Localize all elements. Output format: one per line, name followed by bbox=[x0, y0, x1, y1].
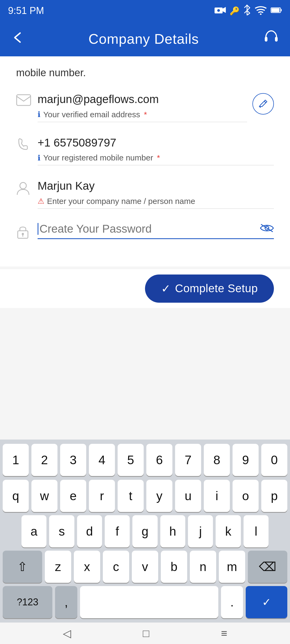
enter-key[interactable]: ✓ bbox=[246, 586, 287, 618]
subtitle-text: mobile number. bbox=[16, 67, 274, 79]
key-f[interactable]: f bbox=[105, 515, 130, 547]
key-k[interactable]: k bbox=[216, 515, 241, 547]
password-input-wrapper bbox=[38, 222, 274, 236]
name-hint-text: Enter your company name / person name bbox=[47, 197, 195, 206]
key-7[interactable]: 7 bbox=[175, 444, 201, 476]
keyboard-number-row: 1 2 3 4 5 6 7 8 9 0 bbox=[0, 440, 290, 478]
key-v[interactable]: v bbox=[132, 551, 158, 583]
password-toggle-icon[interactable] bbox=[260, 222, 274, 236]
key-g[interactable]: g bbox=[132, 515, 157, 547]
status-bar: 9:51 PM 🔑 bbox=[0, 0, 290, 21]
key-h[interactable]: h bbox=[160, 515, 185, 547]
key-b[interactable]: b bbox=[161, 551, 187, 583]
key-z[interactable]: z bbox=[45, 551, 71, 583]
nav-recents-icon[interactable]: ≡ bbox=[221, 627, 227, 639]
wifi-icon bbox=[255, 5, 267, 17]
svg-point-13 bbox=[22, 233, 24, 235]
phone-hint: ℹ Your registered mobile number * bbox=[38, 153, 274, 162]
name-field-content: Marjun Kay ⚠ Enter your company name / p… bbox=[38, 179, 274, 209]
key-p[interactable]: p bbox=[261, 480, 287, 512]
keyboard-row-2: a s d f g h j k l bbox=[0, 514, 290, 549]
shift-key[interactable]: ⇧ bbox=[3, 551, 42, 583]
key-icon: 🔑 bbox=[230, 6, 240, 16]
phone-field-row: +1 6575089797 ℹ Your registered mobile n… bbox=[16, 136, 274, 166]
key-6[interactable]: 6 bbox=[146, 444, 172, 476]
email-value: marjun@pageflows.com bbox=[38, 92, 247, 107]
key-n[interactable]: n bbox=[190, 551, 216, 583]
password-field-content[interactable] bbox=[38, 222, 274, 239]
name-field-row: Marjun Kay ⚠ Enter your company name / p… bbox=[16, 179, 274, 209]
page-title: Company Details bbox=[89, 31, 199, 47]
key-i[interactable]: i bbox=[204, 480, 230, 512]
key-l[interactable]: l bbox=[244, 515, 269, 547]
phone-value: +1 6575089797 bbox=[38, 136, 274, 150]
key-9[interactable]: 9 bbox=[233, 444, 259, 476]
key-1[interactable]: 1 bbox=[3, 444, 29, 476]
cursor-blink bbox=[38, 223, 38, 235]
password-input[interactable] bbox=[39, 222, 260, 235]
key-e[interactable]: e bbox=[60, 480, 86, 512]
email-icon bbox=[16, 94, 38, 109]
key-8[interactable]: 8 bbox=[204, 444, 230, 476]
key-u[interactable]: u bbox=[175, 480, 201, 512]
battery-icon bbox=[271, 6, 282, 15]
svg-rect-9 bbox=[17, 95, 31, 105]
complete-setup-area: ✓ Complete Setup bbox=[0, 269, 290, 308]
email-edit-button[interactable] bbox=[252, 93, 274, 115]
status-time: 9:51 PM bbox=[8, 5, 44, 16]
key-0[interactable]: 0 bbox=[261, 444, 287, 476]
nav-home-icon[interactable]: □ bbox=[143, 627, 149, 639]
nav-bar: ◁ □ ≡ bbox=[0, 623, 290, 644]
phone-hint-text: Your registered mobile number bbox=[43, 153, 153, 162]
email-hint-text: Your verified email address bbox=[43, 110, 140, 119]
name-hint: ⚠ Enter your company name / person name bbox=[38, 197, 274, 206]
key-r[interactable]: r bbox=[89, 480, 115, 512]
svg-rect-7 bbox=[265, 37, 267, 42]
phone-icon bbox=[16, 138, 38, 155]
backspace-key[interactable]: ⌫ bbox=[248, 551, 287, 583]
key-3[interactable]: 3 bbox=[60, 444, 86, 476]
complete-setup-label: Complete Setup bbox=[175, 282, 258, 295]
password-field-row bbox=[16, 222, 274, 242]
key-4[interactable]: 4 bbox=[89, 444, 115, 476]
key-j[interactable]: j bbox=[188, 515, 213, 547]
key-y[interactable]: y bbox=[146, 480, 172, 512]
key-x[interactable]: x bbox=[74, 551, 100, 583]
check-icon: ✓ bbox=[161, 282, 171, 295]
complete-setup-button[interactable]: ✓ Complete Setup bbox=[145, 275, 274, 303]
keyboard: 1 2 3 4 5 6 7 8 9 0 q w e r t y u i o p … bbox=[0, 440, 290, 644]
keyboard-row-3: ⇧ z x c v b n m ⌫ bbox=[0, 549, 290, 584]
nav-back-icon[interactable]: ◁ bbox=[63, 627, 71, 639]
key-w[interactable]: w bbox=[31, 480, 57, 512]
keyboard-row-1: q w e r t y u i o p bbox=[0, 478, 290, 514]
svg-marker-1 bbox=[223, 7, 226, 13]
key-d[interactable]: d bbox=[77, 515, 102, 547]
svg-point-11 bbox=[20, 182, 26, 189]
camera-icon bbox=[214, 6, 226, 16]
period-key[interactable]: . bbox=[221, 586, 243, 618]
key-a[interactable]: a bbox=[21, 515, 46, 547]
svg-rect-5 bbox=[281, 9, 282, 11]
key-t[interactable]: t bbox=[118, 480, 144, 512]
name-value: Marjun Kay bbox=[38, 179, 274, 193]
email-field-row: marjun@pageflows.com ℹ Your verified ema… bbox=[16, 92, 274, 122]
toolbar: Company Details bbox=[0, 21, 290, 56]
key-c[interactable]: c bbox=[103, 551, 129, 583]
key-q[interactable]: q bbox=[3, 480, 29, 512]
key-5[interactable]: 5 bbox=[118, 444, 144, 476]
person-icon bbox=[16, 181, 38, 199]
svg-rect-8 bbox=[275, 37, 278, 42]
svg-point-3 bbox=[260, 13, 262, 15]
key-s[interactable]: s bbox=[49, 515, 74, 547]
key-m[interactable]: m bbox=[219, 551, 245, 583]
comma-key[interactable]: , bbox=[55, 586, 77, 618]
key-2[interactable]: 2 bbox=[31, 444, 57, 476]
space-key[interactable] bbox=[80, 586, 218, 618]
back-button[interactable] bbox=[11, 30, 24, 48]
name-warn-icon: ⚠ bbox=[38, 197, 44, 206]
headset-icon[interactable] bbox=[263, 29, 279, 49]
svg-line-10 bbox=[264, 101, 266, 103]
phone-field-content: +1 6575089797 ℹ Your registered mobile n… bbox=[38, 136, 274, 166]
symbols-key[interactable]: ?123 bbox=[3, 586, 52, 618]
key-o[interactable]: o bbox=[233, 480, 259, 512]
